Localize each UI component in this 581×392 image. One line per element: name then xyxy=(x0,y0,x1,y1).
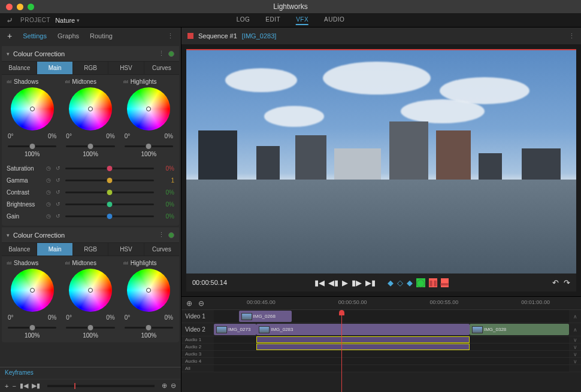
shadows-wheel[interactable] xyxy=(11,87,54,130)
timeline-ruler[interactable]: ⊕ ⊖ 00:00:45.00 00:00:50.00 00:00:55.00 … xyxy=(181,297,581,310)
clip-img-0273[interactable]: IMG_0273 xyxy=(214,324,256,335)
mark-out-icon[interactable]: ◆ xyxy=(407,278,413,287)
add-effect-button[interactable]: + xyxy=(7,31,12,41)
zoom-in-icon[interactable]: ⊕ xyxy=(162,382,167,390)
project-name[interactable]: Nature xyxy=(55,17,75,24)
panel-header[interactable]: ▾ Colour Correction ⋮ xyxy=(2,227,179,242)
stopwatch-icon[interactable]: ◷ xyxy=(46,213,52,219)
subtab-main[interactable]: Main xyxy=(37,62,72,74)
track-audio4[interactable]: Audio 4 ∨ xyxy=(181,358,581,365)
track-video2[interactable]: Video 2 IMG_0273 IMG_0283 IMG_0328 ∧ xyxy=(181,323,581,336)
highlights-slider[interactable] xyxy=(125,327,173,329)
track-toggle-icon[interactable]: ∧ xyxy=(569,314,581,320)
tab-routing[interactable]: Routing xyxy=(90,32,113,39)
stopwatch-icon[interactable]: ◷ xyxy=(46,201,52,207)
subtab-balance[interactable]: Balance xyxy=(2,243,37,256)
saturation-slider[interactable] xyxy=(65,168,154,169)
highlights-wheel[interactable] xyxy=(127,87,170,130)
marker-icon[interactable]: ◇ xyxy=(397,278,403,287)
add-keyframe-button[interactable]: + xyxy=(5,382,8,390)
reset-icon[interactable]: ↺ xyxy=(56,189,62,195)
mode-vfx[interactable]: VFX xyxy=(296,15,308,25)
midtones-slider[interactable] xyxy=(66,145,114,147)
undo-icon[interactable]: ↶ xyxy=(552,278,559,287)
step-forward-button[interactable]: ▮▶ xyxy=(352,278,362,287)
sequence-name[interactable]: Sequence #1 xyxy=(198,32,237,39)
delete-icon[interactable]: ▮▮ xyxy=(429,278,437,287)
subtab-rgb[interactable]: RGB xyxy=(73,62,108,74)
track-toggle-icon[interactable]: ∧ xyxy=(569,327,581,333)
track-toggle-icon[interactable]: ∨ xyxy=(569,344,581,350)
mode-log[interactable]: LOG xyxy=(237,15,250,25)
goto-start-button[interactable]: ▮◀ xyxy=(314,278,325,287)
enable-toggle[interactable] xyxy=(168,232,174,238)
brightness-slider[interactable] xyxy=(65,203,154,205)
cue-icon[interactable]: ◯ xyxy=(416,278,425,287)
track-toggle-icon[interactable]: ∨ xyxy=(569,351,581,357)
subtab-main[interactable]: Main xyxy=(37,243,72,256)
step-back-button[interactable]: ◀▮ xyxy=(328,278,338,287)
mode-audio[interactable]: AUDIO xyxy=(324,15,344,25)
track-audio3[interactable]: Audio 3 ∨ xyxy=(181,351,581,358)
zoom-out-icon[interactable]: ⊖ xyxy=(171,382,176,390)
timecode[interactable]: 00:00:50.14 xyxy=(192,279,227,286)
remove-keyframe-button[interactable]: − xyxy=(12,382,16,390)
viewer-menu-icon[interactable]: ⋮ xyxy=(568,32,575,40)
track-audio2[interactable]: Audio 2 ∨ xyxy=(181,344,581,351)
subtab-hsv[interactable]: HSV xyxy=(108,62,144,74)
zoom-out-icon[interactable]: ⊖ xyxy=(198,299,204,308)
play-button[interactable]: ▶ xyxy=(342,278,348,287)
keyframe-track[interactable] xyxy=(47,385,155,387)
panel-header[interactable]: ▾ Colour Correction ⋮ xyxy=(2,46,179,61)
prev-keyframe-button[interactable]: ▮◀ xyxy=(20,382,28,390)
subtab-curves[interactable]: Curves xyxy=(144,62,179,74)
close-icon[interactable] xyxy=(6,4,13,10)
clip-img-0328[interactable]: IMG_0328 xyxy=(470,324,569,335)
gamma-slider[interactable] xyxy=(65,180,154,181)
panel-menu-icon[interactable]: ⋮ xyxy=(167,32,174,40)
clip-img-0283[interactable]: IMG_0283 xyxy=(256,324,470,335)
shadows-wheel[interactable] xyxy=(11,269,54,312)
gain-slider[interactable] xyxy=(65,215,154,217)
stopwatch-icon[interactable]: ◷ xyxy=(46,165,52,171)
track-toggle-icon[interactable]: ∨ xyxy=(569,358,581,364)
stopwatch-icon[interactable]: ◷ xyxy=(46,177,52,183)
subtab-rgb[interactable]: RGB xyxy=(73,243,108,256)
track-all[interactable]: All xyxy=(181,365,581,372)
back-icon[interactable]: ⤶ xyxy=(6,16,13,25)
midtones-wheel[interactable] xyxy=(69,87,112,130)
collapse-icon[interactable]: ▾ xyxy=(7,232,10,238)
audio-clip[interactable] xyxy=(256,336,470,343)
next-keyframe-button[interactable]: ▶▮ xyxy=(32,382,40,390)
highlights-slider[interactable] xyxy=(125,145,173,147)
zoom-in-icon[interactable]: ⊕ xyxy=(186,299,192,308)
panel-menu-icon[interactable]: ⋮ xyxy=(158,231,165,239)
video-frame[interactable] xyxy=(186,49,576,274)
mode-edit[interactable]: EDIT xyxy=(265,15,280,25)
midtones-wheel[interactable] xyxy=(69,269,112,312)
collapse-icon[interactable]: ▾ xyxy=(7,51,10,57)
clip-img-0268[interactable]: IMG_0268 xyxy=(239,311,292,322)
subtab-curves[interactable]: Curves xyxy=(144,243,179,256)
highlights-wheel[interactable] xyxy=(127,269,170,312)
contrast-slider[interactable] xyxy=(65,192,154,193)
chevron-down-icon[interactable]: ▾ xyxy=(77,17,80,23)
playhead[interactable] xyxy=(341,310,342,392)
panel-menu-icon[interactable]: ⋮ xyxy=(158,50,165,57)
remove-icon[interactable]: ▬ xyxy=(441,278,449,287)
subtab-balance[interactable]: Balance xyxy=(2,62,37,74)
maximize-icon[interactable] xyxy=(28,4,34,10)
shadows-slider[interactable] xyxy=(8,327,56,329)
shadows-slider[interactable] xyxy=(8,145,56,147)
minimize-icon[interactable] xyxy=(17,4,23,10)
reset-icon[interactable]: ↺ xyxy=(56,177,62,183)
tab-graphs[interactable]: Graphs xyxy=(58,32,79,39)
track-video1[interactable]: Video 1 IMG_0268 ∧ xyxy=(181,310,581,323)
timeline-tracks[interactable]: Video 1 IMG_0268 ∧ Video 2 IMG_0273 IMG_… xyxy=(181,310,581,392)
subtab-hsv[interactable]: HSV xyxy=(108,243,144,256)
reset-icon[interactable]: ↺ xyxy=(56,213,62,219)
effects-scroll[interactable]: ▾ Colour Correction ⋮ Balance Main RGB H… xyxy=(0,44,181,367)
reset-icon[interactable]: ↺ xyxy=(56,165,62,171)
mark-in-icon[interactable]: ◆ xyxy=(388,278,394,287)
enable-toggle[interactable] xyxy=(168,51,174,57)
